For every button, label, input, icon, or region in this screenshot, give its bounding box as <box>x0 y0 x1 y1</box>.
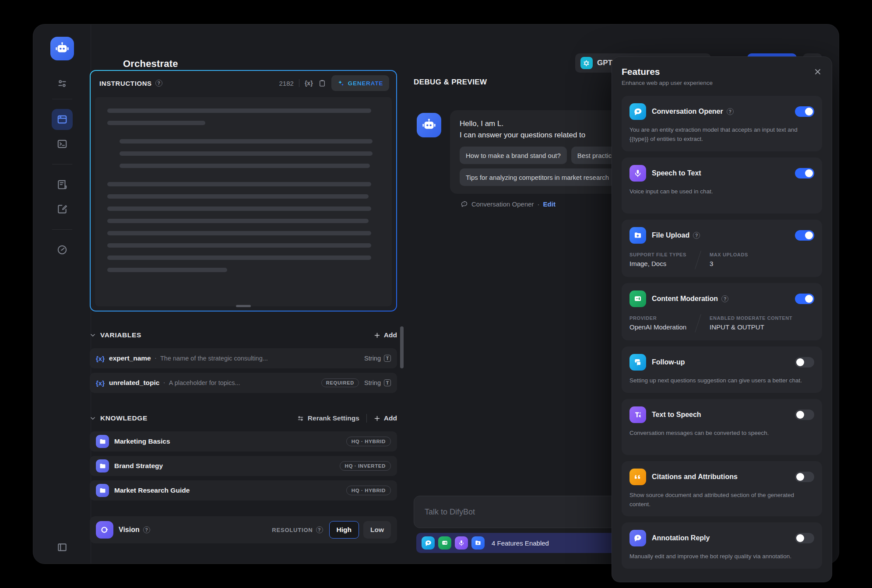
dot-separator: · <box>155 354 157 362</box>
required-badge: REQUIRED <box>321 378 359 387</box>
citations-icon <box>629 469 646 485</box>
sidebar-item-logs[interactable] <box>52 174 73 195</box>
variable-name: unrelated_topic <box>109 379 159 387</box>
feature-description: Conversation messages can be converted t… <box>629 429 814 438</box>
speech-to-text-mini-icon <box>455 536 468 550</box>
feature-title: File Upload <box>652 231 689 239</box>
edit-opener-link[interactable]: Edit <box>543 200 556 208</box>
sidebar <box>33 24 91 564</box>
field-divider <box>695 251 701 269</box>
variable-row[interactable]: {x} expert_name · The name of the strate… <box>90 348 397 368</box>
close-icon[interactable] <box>813 67 822 76</box>
text-type-icon[interactable]: T <box>384 355 391 362</box>
terminal-icon <box>56 138 68 150</box>
instructions-panel: INSTRUCTIONS 2182 {x} <box>90 70 397 312</box>
generate-button[interactable]: GENERATE <box>331 75 389 91</box>
feature-title: Speech to Text <box>652 169 701 177</box>
character-count: 2182 <box>279 80 294 87</box>
variable-icon: {x} <box>96 355 105 362</box>
speech-to-text-toggle[interactable] <box>795 168 814 178</box>
features-title: Features <box>622 66 822 77</box>
insert-variable-icon[interactable]: {x} <box>305 80 313 87</box>
text-type-icon[interactable]: T <box>384 379 391 386</box>
rerank-settings-button[interactable]: Rerank Settings <box>297 414 359 422</box>
content-moderation-mini-icon <box>438 536 451 550</box>
annotation-reply-toggle[interactable] <box>795 533 814 543</box>
follow-up-toggle[interactable] <box>795 357 814 368</box>
add-knowledge-button[interactable]: Add <box>374 414 397 422</box>
knowledge-name: Brand Strategy <box>114 462 340 470</box>
conversation-opener-icon <box>629 103 646 120</box>
folder-icon <box>96 435 109 448</box>
conversation-opener-toggle[interactable] <box>795 106 814 117</box>
knowledge-row[interactable]: Brand Strategy HQ · INVERTED <box>90 456 397 476</box>
feature-description: Voice input can be used in chat. <box>629 187 814 196</box>
knowledge-badge: HQ · HYBRID <box>346 437 391 446</box>
copy-clipboard-icon[interactable] <box>318 79 326 87</box>
knowledge-name: Marketing Basics <box>114 438 346 445</box>
variable-type: String T <box>364 379 391 386</box>
knowledge-row[interactable]: Marketing Basics HQ · HYBRID <box>90 431 397 452</box>
file-upload-toggle[interactable] <box>795 230 814 241</box>
help-icon[interactable] <box>693 232 700 239</box>
resize-drag-handle[interactable] <box>236 305 251 307</box>
file-upload-mini-icon <box>471 536 485 550</box>
instructions-editor[interactable] <box>95 97 392 306</box>
sidebar-item-app-builder[interactable] <box>52 109 73 130</box>
moderation-content-field: ENABLED MODERATE CONTENT INPUT & OUTPUT <box>710 315 792 331</box>
page-title: Orchestrate <box>123 58 178 70</box>
sidebar-divider <box>52 229 72 230</box>
knowledge-badge: HQ · INVERTED <box>340 461 391 471</box>
feature-card-file-upload: File Upload SUPPORT FILE TYPES Image, Do… <box>622 220 822 277</box>
variables-title: VARIABLES <box>100 331 141 339</box>
orchestrate-config-column: INSTRUCTIONS 2182 {x} <box>90 70 397 543</box>
variable-row[interactable]: {x} unrelated_topic · A placeholder for … <box>90 373 397 393</box>
knowledge-title: KNOWLEDGE <box>100 414 148 422</box>
vision-section: Vision RESOLUTION High Low <box>90 516 397 543</box>
sidebar-item-terminal[interactable] <box>52 133 73 154</box>
chat-bubble-icon <box>461 200 468 208</box>
chevron-down-icon[interactable] <box>90 332 96 338</box>
feature-card-conversation-opener: Conversation Opener You are an entity ex… <box>622 96 822 151</box>
feature-title: Follow-up <box>652 358 685 366</box>
text-to-speech-toggle[interactable] <box>795 410 814 420</box>
app-logo-robot-icon[interactable] <box>50 37 74 60</box>
sidebar-collapse-button[interactable] <box>33 542 91 553</box>
feature-card-annotation-reply: Annotation Reply Manually edit and impro… <box>622 522 822 569</box>
robot-icon <box>55 41 70 56</box>
feature-card-text-to-speech: Text to Speech Conversation messages can… <box>622 399 822 455</box>
knowledge-row[interactable]: Market Research Guide HQ · HYBRID <box>90 480 397 500</box>
help-icon[interactable] <box>155 80 162 87</box>
variable-description: A placeholder for topics... <box>169 379 321 386</box>
help-icon[interactable] <box>721 295 728 302</box>
orchestrate-sliders-icon[interactable] <box>56 78 68 89</box>
feature-card-content-moderation: Content Moderation PROVIDER OpenAI Moder… <box>622 283 822 340</box>
sidebar-item-monitoring[interactable] <box>52 239 73 260</box>
vision-title: Vision <box>119 526 140 534</box>
help-icon[interactable] <box>143 526 150 533</box>
max-uploads-field: MAX UPLOADS 3 <box>710 252 748 267</box>
suggested-question-chip[interactable]: Tips for analyzing competitors in market… <box>460 168 615 186</box>
plus-icon <box>374 332 380 339</box>
variable-name: expert_name <box>109 354 151 362</box>
knowledge-name: Market Research Guide <box>114 486 346 494</box>
annotation-reply-icon <box>629 530 646 546</box>
feature-title: Citations and Attributions <box>652 473 738 481</box>
sidebar-item-annotations[interactable] <box>52 199 73 220</box>
chevron-down-icon[interactable] <box>90 415 96 421</box>
add-variable-button[interactable]: Add <box>374 331 397 339</box>
citations-toggle[interactable] <box>795 472 814 482</box>
resolution-low-button[interactable]: Low <box>363 521 391 539</box>
features-enabled-label: 4 Features Enabled <box>492 539 549 547</box>
help-icon[interactable] <box>316 526 323 533</box>
suggested-question-chip[interactable]: How to make a brand stand out? <box>460 147 567 164</box>
resolution-high-button[interactable]: High <box>329 521 359 539</box>
features-subtitle: Enhance web app user experience <box>622 80 822 86</box>
help-icon[interactable] <box>727 108 734 115</box>
follow-up-icon <box>629 354 646 371</box>
feature-title: Conversation Opener <box>652 108 723 116</box>
file-upload-types-field: SUPPORT FILE TYPES Image, Docs <box>629 252 686 267</box>
gauge-icon <box>56 244 68 256</box>
scrollbar-thumb[interactable] <box>400 326 404 368</box>
content-moderation-toggle[interactable] <box>795 294 814 304</box>
